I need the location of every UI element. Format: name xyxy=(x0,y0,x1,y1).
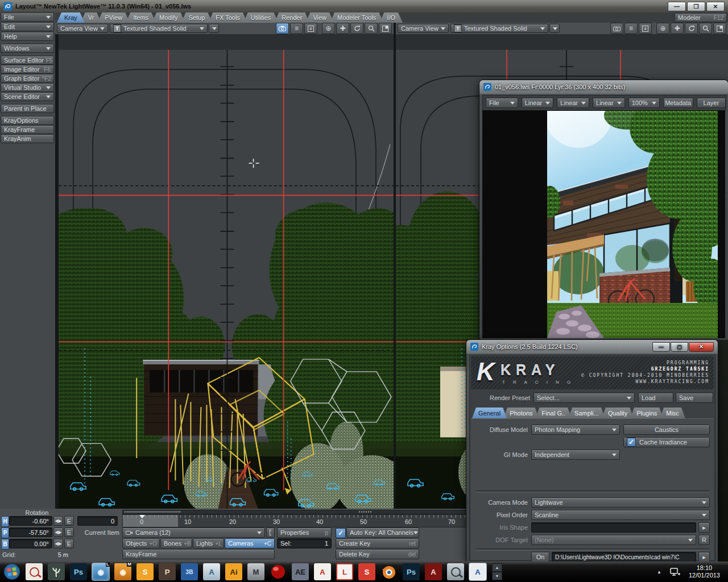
sidebar-krayoptions[interactable]: KrayOptions xyxy=(1,116,54,125)
heading-value-field[interactable]: -0.60° xyxy=(9,516,52,526)
bank-value-field[interactable]: 0.00° xyxy=(9,539,52,548)
camera-mode-dropdown[interactable]: Lightwave xyxy=(531,497,710,508)
krayframe-button[interactable]: KrayFrame xyxy=(122,549,275,559)
restore-button[interactable]: ❐ xyxy=(687,2,705,11)
pan-view-icon[interactable]: ✚ xyxy=(336,23,349,34)
tab-pview[interactable]: PView xyxy=(97,13,130,23)
item-list-icon[interactable]: ≡ xyxy=(624,23,638,34)
shading-mode-dropdown[interactable]: TTextured Shaded Solid xyxy=(450,24,548,33)
lightwave-modeler-icon[interactable]: ◉M xyxy=(114,563,131,580)
diffuse-model-dropdown[interactable]: Photon Mapping xyxy=(531,425,620,435)
scroll-down-button[interactable]: ▼ xyxy=(492,572,502,580)
image-viewer-titlebar[interactable]: 01_v056.lws Fr:0000 Lyr:36 (300 x 400 32… xyxy=(479,80,728,94)
center-item-icon[interactable]: ⊕ xyxy=(656,23,669,34)
close-button[interactable]: ✕ xyxy=(689,342,714,352)
tab-kray[interactable]: Kray xyxy=(57,13,85,23)
autokey-checkbox[interactable] xyxy=(336,528,346,538)
close-button[interactable]: ✕ xyxy=(706,2,725,11)
tab-modeler-tools[interactable]: Modeler Tools xyxy=(330,13,383,23)
minimize-button[interactable]: — xyxy=(668,2,686,11)
red-grid-app-icon[interactable]: L xyxy=(336,563,353,580)
edit-objects-button[interactable]: Objects+O xyxy=(122,538,160,548)
taskbar-scroll-buttons[interactable]: ▲ ▼ xyxy=(492,563,502,580)
sidebar-virtual-studio[interactable]: Virtual Studio xyxy=(1,83,54,92)
max-3ds-app-icon[interactable]: M xyxy=(247,563,264,580)
kray-tab-sampling[interactable]: Sampli... xyxy=(568,408,605,418)
sidebar-krayanim[interactable]: KrayAnim xyxy=(1,134,54,143)
cache-path-field[interactable]: D:\Users\Lightwave3D IO\Documents\cad wi… xyxy=(552,552,696,562)
view-type-dropdown[interactable]: Camera View xyxy=(57,24,108,33)
render-camera-icon[interactable] xyxy=(276,23,289,34)
tab-io[interactable]: I/O xyxy=(379,13,403,23)
save-view-icon[interactable] xyxy=(639,23,652,34)
photoshop-icon[interactable]: Ps xyxy=(70,563,87,580)
tab-fxtools[interactable]: FX Tools xyxy=(208,13,247,23)
bank-stepper[interactable]: ◀▶ xyxy=(53,539,63,548)
kray-options-window[interactable]: Kray Options (2.5 Build 1224 LSC) — ▢ ✕ … xyxy=(466,340,718,563)
tab-utilities[interactable]: Utilities xyxy=(243,13,278,23)
rotate-view-icon[interactable] xyxy=(685,23,698,34)
viewport-left[interactable] xyxy=(59,34,394,509)
sidebar-krayframe[interactable]: KrayFrame xyxy=(1,125,54,134)
properties-button[interactable]: Propertiesp xyxy=(277,527,332,538)
zoom-view-icon[interactable] xyxy=(699,23,712,34)
blue-3d-app-icon[interactable]: 3B xyxy=(181,563,198,580)
metadata-button[interactable]: Metadata xyxy=(663,98,693,108)
kray-tab-plugins[interactable]: Plugins xyxy=(630,408,663,418)
autokey-dropdown[interactable]: Auto Key: All Channels xyxy=(346,527,419,538)
create-key-button[interactable]: Create Keyret xyxy=(336,538,419,548)
tab-items[interactable]: Items xyxy=(126,13,156,23)
sidebar-menu-file[interactable]: File xyxy=(1,13,54,22)
windows-search-icon[interactable] xyxy=(447,563,464,580)
tray-expand-icon[interactable]: ▲ xyxy=(657,568,661,576)
scroll-up-button[interactable]: ▲ xyxy=(492,563,502,572)
plant-app-icon[interactable] xyxy=(48,563,65,580)
acrobat-red-icon[interactable]: A xyxy=(425,563,442,580)
bank-envelope-button[interactable]: E xyxy=(64,539,74,548)
rotate-view-icon[interactable] xyxy=(350,23,363,34)
iris-shape-browse-button[interactable]: ▸ xyxy=(698,522,710,533)
render-camera-icon[interactable] xyxy=(610,23,623,34)
tab-render[interactable]: Render xyxy=(274,13,309,23)
file-dropdown[interactable]: File xyxy=(486,98,518,108)
minimize-button[interactable]: — xyxy=(652,342,670,352)
bank-channel-badge[interactable]: B xyxy=(1,539,9,550)
current-item-dropdown[interactable]: Camera (12) xyxy=(122,527,265,538)
pitch-stepper[interactable]: ◀▶ xyxy=(53,527,63,537)
kray-titlebar[interactable]: Kray Options (2.5 Build 1224 LSC) — ▢ ✕ xyxy=(466,340,718,354)
center-item-icon[interactable]: ⊕ xyxy=(322,23,335,34)
kray-tab-quality[interactable]: Quality xyxy=(602,408,634,418)
channel-green-dropdown[interactable]: Linear xyxy=(557,98,589,108)
heading-channel-badge[interactable]: H xyxy=(1,516,9,527)
sidebar-menu-edit[interactable]: Edit xyxy=(1,22,54,31)
lightwave-layout-icon[interactable]: ◉L xyxy=(92,563,109,580)
heading-stepper[interactable]: ◀▶ xyxy=(53,516,63,526)
search-document-app-icon[interactable] xyxy=(26,563,43,580)
illustrator-icon[interactable]: Ai xyxy=(225,563,242,580)
edit-lights-button[interactable]: Lights+L xyxy=(193,538,224,548)
blender-icon[interactable] xyxy=(380,563,398,580)
edit-cameras-button[interactable]: Cameras+C xyxy=(225,538,275,548)
autodesk-app-icon[interactable]: A xyxy=(203,563,220,580)
maximize-viewport-icon[interactable] xyxy=(713,23,726,34)
channel-red-dropdown[interactable]: Linear xyxy=(522,98,554,108)
smith-micro-app-icon[interactable]: S xyxy=(136,563,154,580)
view-type-dropdown[interactable]: Camera View xyxy=(398,24,449,33)
pan-view-icon[interactable]: ✚ xyxy=(671,23,684,34)
viewport-options-dropdown[interactable] xyxy=(209,24,219,33)
viewport-options-dropdown[interactable] xyxy=(549,24,560,33)
cache-path-browse-button[interactable]: ▸ xyxy=(698,552,710,562)
modeler-switch-button[interactable]: Modeler F12 xyxy=(675,13,727,22)
red-sphere-app-icon[interactable] xyxy=(270,563,287,580)
sidebar-surface-editor[interactable]: Surface EditorF5 xyxy=(1,56,54,65)
maximize-button[interactable]: ▢ xyxy=(671,342,688,352)
clock[interactable]: 18:10 12/01/2013 xyxy=(689,564,720,579)
dof-reset-button[interactable]: R xyxy=(698,535,710,545)
photoshop-2-icon[interactable]: Ps xyxy=(403,563,420,580)
pixel-order-dropdown[interactable]: Scanline xyxy=(531,510,710,520)
network-tray-icon[interactable] xyxy=(669,567,681,577)
item-picker-button[interactable] xyxy=(266,527,275,538)
sidebar-graph-editor[interactable]: Graph Editor^F2 xyxy=(1,74,54,83)
zoom-level-dropdown[interactable]: 100% xyxy=(628,98,660,108)
item-list-icon[interactable]: ≡ xyxy=(290,23,303,34)
